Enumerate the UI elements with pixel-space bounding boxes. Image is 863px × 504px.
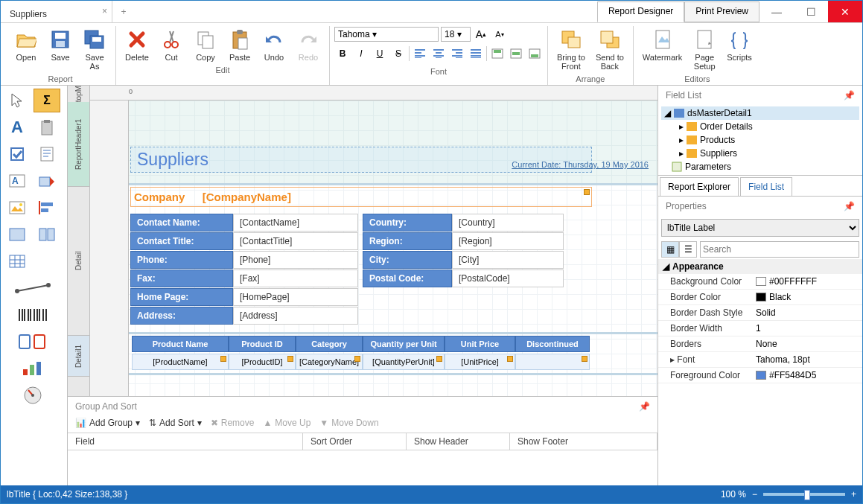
property-row[interactable]: ▸ FontTahoma, 18pt: [658, 352, 862, 368]
table-icon[interactable]: [4, 249, 31, 273]
grid-cell[interactable]: [UnitPrice]: [445, 354, 515, 370]
textbox-icon[interactable]: A: [4, 169, 31, 193]
new-tab-button[interactable]: +: [112, 1, 135, 22]
property-row[interactable]: Border ColorBlack: [658, 290, 862, 305]
smart-tag-icon[interactable]: [507, 356, 513, 362]
paste-button[interactable]: Paste: [223, 26, 256, 63]
field-label[interactable]: Address:: [130, 307, 233, 325]
save-button[interactable]: Save: [44, 26, 77, 63]
tree-node-params[interactable]: Parameters: [661, 160, 859, 173]
company-row[interactable]: Company [CompanyName]: [130, 187, 592, 207]
image-icon[interactable]: [4, 196, 31, 220]
grid-header[interactable]: Product Name: [132, 336, 229, 352]
chart-icon[interactable]: [4, 357, 62, 380]
property-row[interactable]: Border Width1: [658, 321, 862, 336]
prop-group-appearance[interactable]: ◢ Appearance: [658, 259, 862, 274]
property-object-select[interactable]: lbTitle Label: [661, 219, 859, 237]
open-button[interactable]: Open: [10, 26, 42, 63]
grow-font-icon[interactable]: A▴: [473, 26, 489, 42]
field-value[interactable]: [ContactTitle]: [233, 232, 358, 250]
smart-tag-icon[interactable]: [354, 356, 360, 362]
smart-tag-icon[interactable]: [584, 189, 590, 195]
tree-node[interactable]: ▸ Suppliers: [661, 147, 859, 160]
tree-node-root[interactable]: ◢ dsMasterDetail1: [661, 106, 859, 120]
field-value[interactable]: [HomePage]: [233, 288, 358, 306]
font-name-select[interactable]: Tahoma ▾: [334, 27, 439, 42]
barcode-icon[interactable]: [4, 303, 62, 327]
line-icon[interactable]: [4, 276, 62, 300]
property-row[interactable]: Border Dash StyleSolid: [658, 305, 862, 321]
close-icon[interactable]: ×: [102, 6, 107, 16]
valign-bottom-icon[interactable]: [526, 45, 543, 62]
undo-button[interactable]: Undo: [258, 26, 290, 63]
col-sort-order[interactable]: Sort Order: [303, 433, 407, 450]
band-label-detail1[interactable]: Detail1: [68, 336, 89, 377]
col-show-header[interactable]: Show Header: [407, 433, 510, 450]
minimize-button[interactable]: —: [759, 1, 794, 22]
close-button[interactable]: ✕: [828, 1, 862, 22]
strike-icon[interactable]: S: [390, 45, 407, 62]
col-show-footer[interactable]: Show Footer: [510, 433, 657, 450]
align-justify-icon[interactable]: [468, 45, 484, 62]
flag-icon[interactable]: [34, 169, 60, 193]
search-input[interactable]: [700, 241, 859, 258]
smart-tag-icon[interactable]: [220, 356, 226, 362]
grid-header[interactable]: Unit Price: [445, 336, 515, 352]
split-icon[interactable]: [34, 223, 60, 246]
panel-icon[interactable]: [4, 223, 31, 246]
field-label[interactable]: Region:: [363, 232, 452, 250]
grid-cell[interactable]: [ProductName]: [132, 354, 229, 370]
grid-header[interactable]: Discontinued: [515, 336, 590, 352]
pin-icon[interactable]: 📌: [844, 90, 855, 101]
tab-report-explorer[interactable]: Report Explorer: [660, 177, 739, 196]
field-label[interactable]: Home Page:: [130, 288, 233, 306]
grid-cell[interactable]: [515, 354, 590, 370]
pin-icon[interactable]: 📌: [844, 201, 855, 211]
valign-middle-icon[interactable]: [508, 45, 524, 62]
tree-node[interactable]: ▸ Products: [661, 133, 859, 147]
alphabetical-icon[interactable]: ☰: [679, 241, 697, 258]
tab-field-list[interactable]: Field List: [740, 177, 792, 196]
grid-header[interactable]: Category: [296, 336, 363, 352]
label-icon[interactable]: A: [4, 115, 31, 139]
grid-cell[interactable]: [QuantityPerUnit]: [363, 354, 445, 370]
field-value[interactable]: [PostalCode]: [452, 269, 564, 287]
pin-icon[interactable]: 📌: [639, 401, 650, 412]
add-sort-button[interactable]: ⇅ Add Sort ▾: [149, 418, 202, 428]
clipboard-icon[interactable]: [34, 115, 60, 139]
maximize-button[interactable]: ☐: [794, 1, 828, 22]
scripts-button[interactable]: Scripts: [722, 26, 757, 63]
shrink-font-icon[interactable]: A▾: [491, 26, 508, 42]
save-as-button[interactable]: Save As: [78, 26, 111, 72]
field-label[interactable]: Country:: [363, 214, 452, 232]
field-value[interactable]: [Region]: [452, 232, 564, 250]
col-field[interactable]: Field: [68, 433, 303, 450]
date-label[interactable]: Current Date: Thursday, 19 May 2016: [512, 160, 649, 169]
field-label[interactable]: City:: [363, 251, 452, 269]
pointer-icon[interactable]: [4, 89, 31, 112]
field-value[interactable]: [Address]: [233, 307, 358, 325]
property-row[interactable]: Background Color#00FFFFFF: [658, 274, 862, 290]
band-label-detail[interactable]: Detail: [68, 187, 89, 336]
field-value[interactable]: [City]: [452, 251, 564, 269]
smart-tag-icon[interactable]: [582, 356, 587, 362]
font-size-select[interactable]: 18 ▾: [441, 27, 471, 42]
field-value[interactable]: [Fax]: [233, 269, 358, 287]
bring-to-front-button[interactable]: Bring to Front: [552, 26, 590, 72]
band-label-header[interactable]: ReportHeader1: [68, 102, 89, 187]
field-label[interactable]: Phone:: [130, 251, 233, 269]
field-label[interactable]: Postal Code:: [363, 269, 452, 287]
smart-tag-icon[interactable]: [287, 356, 293, 362]
grid-header[interactable]: Product ID: [229, 336, 296, 352]
cut-button[interactable]: Cut: [155, 26, 188, 63]
sum-icon[interactable]: Σ: [34, 89, 60, 112]
richtext-icon[interactable]: [34, 142, 60, 166]
tree-node[interactable]: ▸ Order Details: [661, 120, 859, 133]
tab-print-preview[interactable]: Print Preview: [684, 1, 759, 22]
document-tab[interactable]: Suppliers ×: [1, 1, 112, 22]
align-center-icon[interactable]: [430, 45, 447, 62]
grid-cell[interactable]: [ProductID]: [229, 354, 296, 370]
gauge-icon[interactable]: [4, 383, 62, 407]
align-control-icon[interactable]: [34, 196, 60, 220]
align-left-icon[interactable]: [412, 45, 428, 62]
